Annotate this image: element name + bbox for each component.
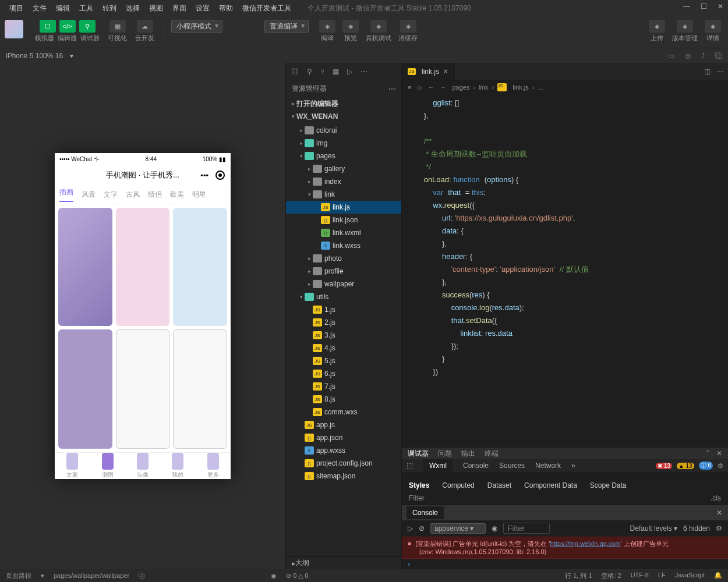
- phone-tab[interactable]: 明星: [192, 190, 206, 200]
- breadcrumb[interactable]: ≡◇←→ pages › link › JS link.js › ...: [402, 80, 728, 94]
- tab-network[interactable]: Network: [535, 462, 561, 470]
- tree-item[interactable]: {}app.json: [286, 431, 401, 444]
- status-language[interactable]: JavaScript: [675, 572, 705, 580]
- status-problems[interactable]: ⊘ 0 △ 0: [286, 572, 308, 580]
- more-icon[interactable]: »: [571, 462, 575, 470]
- tree-item[interactable]: JS7.js: [286, 380, 401, 393]
- tree-item[interactable]: {}sitemap.json: [286, 470, 401, 482]
- stop-icon[interactable]: ⊘: [419, 524, 425, 533]
- levels-select[interactable]: Default levels ▾: [630, 524, 677, 533]
- minimize-icon[interactable]: —: [683, 2, 690, 10]
- styles-filter[interactable]: Filter: [409, 494, 425, 502]
- tree-item[interactable]: ≡app.wxss: [286, 444, 401, 457]
- split-icon[interactable]: ◫: [704, 68, 711, 76]
- status-eol[interactable]: LF: [658, 572, 666, 580]
- files-icon[interactable]: ⿻: [292, 68, 299, 76]
- tree-item[interactable]: {}project.config.json: [286, 457, 401, 470]
- wallpaper-cell[interactable]: [173, 329, 227, 449]
- menu-item[interactable]: 编辑: [51, 3, 75, 13]
- device-phone-icon[interactable]: ▭: [668, 52, 674, 60]
- phone-nav-item[interactable]: 头像: [125, 453, 160, 479]
- console-filter-input[interactable]: [503, 523, 550, 534]
- phone-nav-item[interactable]: 更多: [196, 453, 231, 479]
- device-select[interactable]: iPhone 5 100% 16: [6, 52, 63, 60]
- dt-tab[interactable]: 调试器: [408, 449, 429, 459]
- tree-item[interactable]: JS2.js: [286, 316, 401, 329]
- tree-item[interactable]: ◇link.wxml: [286, 226, 401, 239]
- tree-item[interactable]: ▾pages: [286, 150, 401, 162]
- outline-section[interactable]: ▸ 大纲: [286, 556, 401, 569]
- phone-nav-item[interactable]: 潮图: [90, 453, 125, 479]
- more-icon[interactable]: ⋯: [361, 68, 367, 76]
- tree-item[interactable]: JSapp.js: [286, 418, 401, 431]
- phone-tab[interactable]: 风景: [82, 190, 96, 200]
- info-badge[interactable]: ⓘ 6: [699, 462, 713, 470]
- gear-icon[interactable]: ⚙: [716, 524, 722, 533]
- tree-item[interactable]: ≡link.wxss: [286, 239, 401, 252]
- menu-item[interactable]: 工具: [75, 3, 98, 13]
- cloud-button[interactable]: ☁: [137, 20, 153, 33]
- tree-item[interactable]: JS8.js: [286, 393, 401, 406]
- wallpaper-cell[interactable]: [116, 208, 170, 326]
- device-share-icon[interactable]: ⤴: [701, 52, 705, 60]
- more-icon[interactable]: •••: [200, 171, 208, 180]
- tab-console[interactable]: Console: [463, 462, 489, 470]
- tree-item[interactable]: {}link.json: [286, 214, 401, 226]
- menu-item[interactable]: 项目: [5, 3, 28, 13]
- menu-item[interactable]: 微信开发者工具: [238, 3, 296, 13]
- eye-icon[interactable]: ◉: [492, 524, 497, 533]
- close-icon[interactable]: ✕: [716, 509, 722, 517]
- tree-item[interactable]: JS1.js: [286, 303, 401, 316]
- tree-item[interactable]: JS5.js: [286, 354, 401, 367]
- menu-item[interactable]: 文件: [28, 3, 51, 13]
- phone-nav-item[interactable]: 文案: [55, 453, 90, 479]
- styles-tab[interactable]: Computed: [442, 481, 474, 489]
- wallpaper-cell[interactable]: [116, 329, 170, 449]
- warn-badge[interactable]: ▲ 13: [677, 463, 694, 469]
- menu-item[interactable]: 设置: [191, 3, 214, 13]
- ext-icon[interactable]: ▦: [333, 68, 339, 76]
- editor-tab[interactable]: JSlink.js✕: [402, 63, 455, 80]
- phone-tab[interactable]: 文字: [104, 190, 118, 200]
- hidden-count[interactable]: 6 hidden: [683, 524, 710, 533]
- menu-item[interactable]: 界面: [168, 3, 191, 13]
- 详情-button[interactable]: ◈: [705, 20, 721, 33]
- visual-button[interactable]: ▦: [109, 20, 126, 33]
- close-tab-icon[interactable]: ✕: [443, 68, 448, 76]
- 版本管理-button[interactable]: ◈: [677, 20, 693, 33]
- console-tab[interactable]: Console: [407, 506, 444, 519]
- wallpaper-cell[interactable]: [173, 208, 227, 326]
- tree-item[interactable]: JS4.js: [286, 342, 401, 354]
- tree-item[interactable]: ▸index: [286, 175, 401, 188]
- tree-item[interactable]: ▾utils: [286, 290, 401, 303]
- tree-item[interactable]: JSlink.js: [286, 201, 401, 214]
- tree-item[interactable]: ▸photo: [286, 252, 401, 265]
- compile-select[interactable]: 普通编译: [264, 20, 309, 33]
- 上传-button[interactable]: ◈: [649, 20, 665, 33]
- styles-tab[interactable]: Scope Data: [590, 481, 627, 489]
- wallpaper-cell[interactable]: [58, 208, 112, 326]
- bell-icon[interactable]: 🔔: [714, 572, 722, 580]
- phone-tab[interactable]: 古风: [126, 190, 140, 200]
- editor-button[interactable]: </>: [59, 20, 76, 33]
- tree-item[interactable]: JS3.js: [286, 329, 401, 342]
- 预览-button[interactable]: ◈: [342, 20, 359, 33]
- dt-tab[interactable]: 问题: [438, 449, 452, 459]
- cls-toggle[interactable]: .cls: [711, 494, 721, 502]
- more-icon[interactable]: ⋯: [716, 68, 723, 76]
- debug-icon[interactable]: ▷: [347, 68, 352, 76]
- inspect-icon[interactable]: ⬚: [407, 462, 413, 470]
- search-icon[interactable]: ⚲: [307, 68, 312, 76]
- phone-tab[interactable]: 欧美: [170, 190, 184, 200]
- error-badge[interactable]: ✖ 13: [656, 463, 672, 469]
- target-icon[interactable]: [215, 171, 225, 180]
- menu-item[interactable]: 选择: [121, 3, 144, 13]
- code-editor[interactable]: gglist: [] }, /** * 生命周期函数--监听页面加载 */ on…: [402, 94, 728, 447]
- status-encoding[interactable]: UTF-8: [631, 572, 649, 580]
- more-icon[interactable]: ⋯: [388, 85, 395, 93]
- device-target-icon[interactable]: ◎: [685, 52, 691, 60]
- menu-item[interactable]: 帮助: [214, 3, 238, 13]
- close-icon[interactable]: ✕: [718, 2, 723, 10]
- context-select[interactable]: appservice ▾: [430, 523, 486, 534]
- eye-icon[interactable]: ◉: [271, 572, 277, 580]
